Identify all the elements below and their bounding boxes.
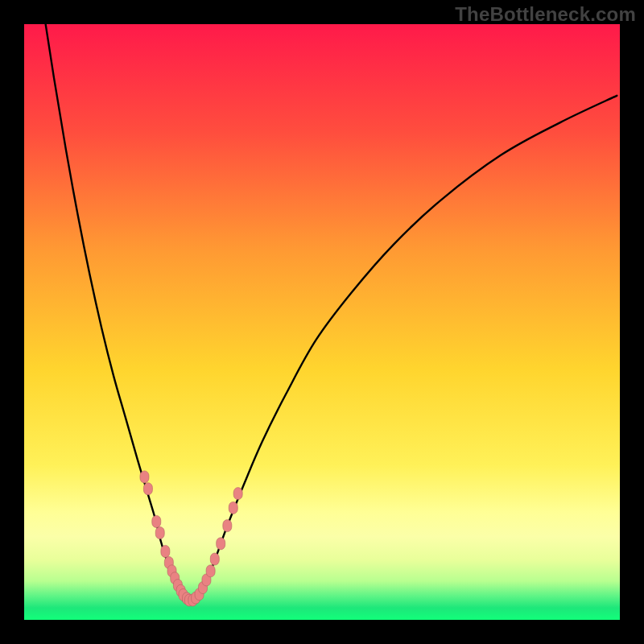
data-marker xyxy=(152,515,161,527)
data-marker xyxy=(161,545,170,557)
data-marker xyxy=(210,553,219,565)
marker-cluster-left xyxy=(140,471,194,606)
data-marker xyxy=(229,502,237,514)
right-curve xyxy=(190,96,617,602)
attribution-text: TheBottleneck.com xyxy=(455,3,636,26)
marker-cluster-right xyxy=(188,488,242,606)
data-marker xyxy=(140,471,149,483)
data-marker xyxy=(233,488,242,500)
chart-curves xyxy=(24,24,620,620)
data-marker xyxy=(155,526,164,539)
data-marker xyxy=(223,520,232,532)
chart-frame: TheBottleneck.com xyxy=(0,0,644,644)
left-curve xyxy=(46,24,190,601)
data-marker xyxy=(217,538,225,550)
data-marker xyxy=(143,483,152,495)
plot-area xyxy=(24,24,620,620)
data-marker xyxy=(206,565,215,577)
